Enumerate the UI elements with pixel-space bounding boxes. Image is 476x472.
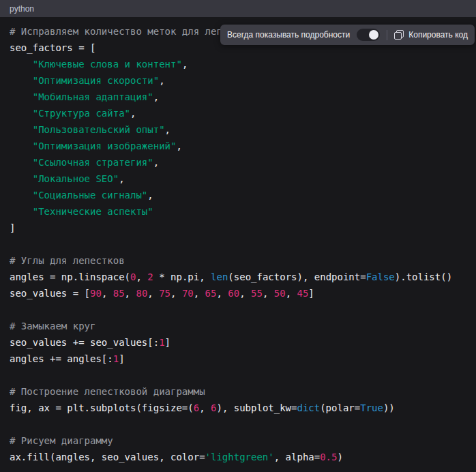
code-token: dict: [297, 402, 320, 413]
floating-toolbar: Всегда показывать подробности Копировать…: [220, 25, 475, 45]
code-line: seo_values = [90, 85, 80, 75, 70, 65, 60…: [10, 285, 466, 301]
code-token: ]: [119, 353, 124, 364]
code-token: 6: [194, 402, 199, 413]
code-token: 90: [90, 288, 102, 299]
code-token: 65: [205, 288, 217, 299]
code-token: [10, 75, 33, 86]
code-token: ,: [165, 124, 170, 135]
code-token: ,: [147, 190, 153, 201]
code-line: ]: [10, 220, 466, 236]
code-line: ax.fill(angles, seo_values, color='light…: [10, 449, 466, 465]
code-token: 50: [274, 288, 286, 299]
code-line: "Оптимизация изображений",: [10, 138, 466, 154]
code-token: ,: [170, 288, 182, 299]
toolbar-divider: [387, 30, 387, 40]
code-line: "Локальное SEO",: [10, 171, 466, 187]
code-token: 1: [113, 353, 119, 364]
code-token: 45: [297, 288, 308, 299]
toggle-knob-icon: [369, 30, 378, 40]
code-token: angles += angles[:: [10, 353, 113, 364]
copy-code-label: Копировать код: [408, 30, 468, 40]
code-token: [10, 141, 33, 151]
code-line: "Оптимизация скорости",: [10, 72, 466, 89]
code-line: [10, 367, 466, 383]
code-token: ,: [286, 288, 297, 299]
code-line: "Технические аспекты": [10, 203, 466, 220]
code-token: [10, 206, 33, 217]
code-token: "Ссылочная стратегия": [33, 157, 153, 168]
code-token: [10, 91, 33, 102]
code-token: "Оптимизация изображений": [33, 141, 177, 151]
code-token: ,: [136, 271, 147, 282]
code-token: angles = np.linspace(: [10, 271, 130, 282]
details-toggle-switch[interactable]: [357, 29, 380, 41]
code-token: len: [211, 271, 228, 282]
code-line: [10, 301, 466, 318]
code-token: ]: [165, 337, 170, 348]
copy-code-button[interactable]: Копировать код: [394, 30, 468, 40]
code-token: ,: [130, 108, 136, 119]
code-token: [10, 157, 33, 168]
code-token: "Структура сайта": [33, 108, 130, 119]
code-token: ), subplot_kw=: [216, 402, 297, 413]
code-line: fig, ax = plt.subplots(figsize=(6, 6), s…: [10, 400, 466, 416]
code-token: * np.pi,: [153, 271, 211, 282]
code-token: [10, 108, 33, 119]
code-token: 55: [251, 288, 263, 299]
code-token: ,: [194, 288, 205, 299]
code-line: # Рисуем диаграмму: [10, 432, 466, 449]
code-token: 70: [182, 288, 194, 299]
code-token: 80: [136, 288, 147, 299]
code-token: "Оптимизация скорости": [33, 75, 159, 86]
code-token: 75: [159, 288, 170, 299]
code-token: ]: [308, 288, 314, 299]
code-line: # Углы для лепестков: [10, 252, 466, 269]
code-token: 85: [113, 288, 125, 299]
code-token: "Технические аспекты": [33, 206, 153, 217]
code-token: True: [360, 402, 383, 413]
code-token: ,: [199, 402, 211, 413]
code-token: 2: [147, 271, 153, 282]
code-token: ,: [153, 157, 159, 168]
code-token: , alpha=: [274, 452, 320, 462]
code-token: seo_values = [: [10, 288, 90, 299]
code-token: # Рисуем диаграмму: [10, 435, 113, 446]
code-block-window: { "header": { "language": "python" }, "t…: [0, 0, 476, 472]
code-token: ,: [176, 141, 181, 151]
code-token: ,: [239, 288, 251, 299]
code-lines: # Исправляем количество меток для лепест…: [10, 23, 466, 465]
code-token: ]: [10, 222, 15, 233]
code-token: ,: [216, 288, 228, 299]
code-line: # Построение лепестковой диаграммы: [10, 383, 466, 400]
code-line: "Структура сайта",: [10, 105, 466, 121]
code-token: [10, 124, 33, 135]
code-token: ,: [263, 288, 274, 299]
code-token: 1: [159, 337, 164, 348]
code-token: 0.5: [320, 452, 337, 462]
code-token: ,: [125, 288, 136, 299]
code-line: "Социальные сигналы",: [10, 187, 466, 203]
code-line: angles = np.linspace(0, 2 * np.pi, len(s…: [10, 269, 466, 285]
code-token: seo_values += seo_values[:: [10, 337, 159, 348]
code-token: ,: [102, 288, 113, 299]
code-line: "Мобильная адаптация",: [10, 89, 466, 105]
code-token: ): [337, 452, 342, 462]
code-token: ,: [159, 75, 164, 86]
code-token: [10, 59, 33, 70]
code-token: 60: [228, 288, 239, 299]
code-token: "Социальные сигналы": [33, 190, 148, 201]
code-token: "Локальное SEO": [33, 173, 119, 184]
code-line: "Ключевые слова и контент",: [10, 56, 466, 72]
code-token: # Углы для лепестков: [10, 255, 125, 266]
code-block-header: python: [0, 0, 476, 17]
code-token: ax.fill(angles, seo_values, color=: [10, 452, 205, 462]
code-token: "Мобильная адаптация": [33, 91, 153, 102]
code-token: ,: [182, 59, 188, 70]
code-token: seo_factors = [: [10, 42, 95, 53]
code-token: ).tolist(): [395, 271, 452, 282]
code-line: angles += angles[:1]: [10, 351, 466, 367]
code-token: "Ключевые слова и контент": [33, 59, 182, 70]
code-token: "Пользовательский опыт": [33, 124, 165, 135]
code-line: # Замыкаем круг: [10, 318, 466, 334]
code-line: [10, 236, 466, 252]
